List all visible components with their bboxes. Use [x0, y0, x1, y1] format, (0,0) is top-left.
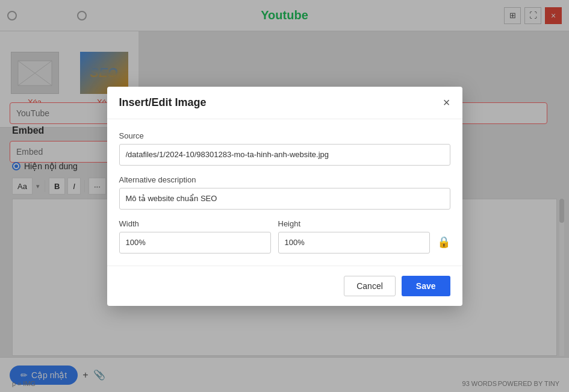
- modal-overlay: Insert/Edit Image × Source Alternative d…: [0, 0, 569, 392]
- alt-label: Alternative description: [119, 175, 450, 184]
- lock-icon[interactable]: 🔒: [437, 235, 450, 249]
- source-input[interactable]: [119, 144, 450, 166]
- modal-body: Source Alternative description Width Hei…: [107, 119, 462, 266]
- source-label: Source: [119, 131, 450, 140]
- modal-footer: Cancel Save: [107, 266, 462, 306]
- save-button[interactable]: Save: [402, 276, 450, 296]
- height-label: Height: [278, 219, 430, 228]
- dimensions-row: Width Height 🔒: [119, 219, 450, 254]
- modal-header: Insert/Edit Image ×: [107, 87, 462, 119]
- cancel-button[interactable]: Cancel: [344, 276, 396, 296]
- source-field-group: Source: [119, 131, 450, 166]
- width-label: Width: [119, 219, 271, 228]
- height-group: Height: [278, 219, 430, 254]
- alt-field-group: Alternative description: [119, 175, 450, 210]
- alt-input[interactable]: [119, 188, 450, 210]
- modal-title: Insert/Edit Image: [119, 96, 207, 109]
- height-input[interactable]: [278, 232, 430, 254]
- modal-close-button[interactable]: ×: [443, 96, 450, 108]
- insert-edit-image-modal: Insert/Edit Image × Source Alternative d…: [107, 87, 462, 306]
- width-group: Width: [119, 219, 271, 254]
- width-input[interactable]: [119, 232, 271, 254]
